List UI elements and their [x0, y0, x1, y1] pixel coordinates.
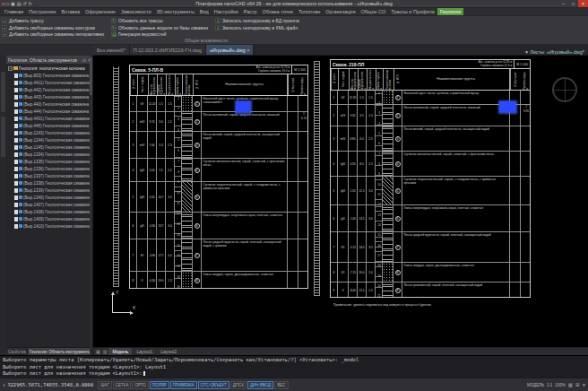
tree-item-borehole[interactable]: (Выр.445) Геологическая скважина	[6, 122, 92, 129]
borehole-depth-label: Глубина скважины 21.5 м	[480, 65, 512, 68]
ribbon-tab[interactable]: Геология	[437, 8, 463, 15]
ribbon-tab[interactable]: Организация	[323, 8, 358, 15]
ribbon-tab[interactable]: Трассы и Профили	[388, 8, 437, 15]
ribbon-tab[interactable]: Облака точек	[260, 8, 296, 15]
borehole-table-1[interactable]: Скваж. 5-ПЛ-ВАбс. отметка устья 12.74 мГ…	[129, 65, 308, 289]
tree-item-borehole[interactable]: (Выр.1340) Геологическая скважина	[6, 194, 92, 201]
tree-item-borehole[interactable]: (Выр.1407) Геологическая скважина	[6, 201, 92, 208]
ribbon-tab[interactable]: Общие СО	[358, 8, 388, 15]
toggle-ОТС-ОБЪЕКТ[interactable]: ОТС-ОБЪЕКТ	[198, 381, 229, 389]
tree-item-borehole[interactable]: (Выр.440) Геологическая скважина	[6, 100, 92, 108]
minimize-button[interactable]: –	[558, 0, 568, 7]
command-line[interactable]: Выберите параметры листа [Копировать/Уда…	[0, 355, 588, 378]
tree-item-borehole[interactable]: (Выр.803) Геологическая скважина	[6, 72, 92, 79]
tree-item-borehole[interactable]: (Выр.4431) Геологическая скважина	[6, 115, 92, 122]
selection-highlight[interactable]	[236, 101, 250, 112]
ribbon-button[interactable]: +Добавить свободные скважины интерактивн…	[2, 30, 104, 38]
document-icon	[14, 203, 18, 207]
palette-tab[interactable]: Свойства	[6, 348, 28, 355]
fullscreen-icon[interactable]: ⊞	[575, 382, 580, 387]
drawing-canvas[interactable]: Примечание: уровень подземных вод замере…	[93, 56, 588, 347]
sheets-dropdown[interactable]: ▾ Листы: «Игровый».dwg*	[522, 49, 588, 55]
ribbon-button[interactable]: +Добавить свободные скважины контуром	[2, 24, 104, 31]
open-icon[interactable]: □	[6, 1, 9, 7]
toggle-ВЕС[interactable]: ВЕС	[274, 381, 288, 389]
toggle-СЕТКА[interactable]: СЕТКА	[113, 381, 132, 389]
tree-item-borehole[interactable]: (Выр.442) Геологическая скважина	[6, 86, 92, 93]
toggle-ОРТО[interactable]: ОРТО	[132, 381, 148, 389]
model-space-icon[interactable]: ▦	[95, 348, 101, 355]
toggle-ДПСК[interactable]: ДПСК	[230, 381, 246, 389]
command-prompt[interactable]: Выберите лист для назначения текущим <La…	[3, 370, 585, 378]
ribbon-tab[interactable]: Оформление	[82, 8, 118, 15]
tree-item-borehole[interactable]: (Выр.1335) Геологическая скважина	[6, 158, 92, 165]
tree-item-borehole[interactable]: (Выр.444) Геологическая скважина	[6, 108, 92, 115]
tree-item-borehole[interactable]: (Выр.1410) Геологическая скважина	[6, 222, 92, 230]
tree-item-borehole[interactable]: (Выр.1338) Геологическая скважина	[6, 179, 92, 187]
ucs-x-label: X	[133, 305, 135, 310]
ribbon-tab[interactable]: Вставка	[59, 8, 82, 15]
undo-icon[interactable]: ↺	[23, 1, 27, 7]
palette-scrollbar[interactable]	[90, 56, 92, 355]
tree-item-borehole[interactable]: (Выр.1339) Геологическая скважина	[6, 187, 92, 194]
tree-item-borehole[interactable]: (Выр.1408) Геологическая скважина	[6, 208, 92, 215]
ribbon-tab[interactable]: Растр	[241, 8, 260, 15]
tree-item-borehole[interactable]: (Выр.1244) Геологическая скважина	[6, 136, 92, 143]
navigation-wheel-icon[interactable]	[552, 77, 577, 102]
scrollbar-thumb[interactable]	[90, 57, 92, 95]
ribbon-tab[interactable]: Зависимости	[118, 8, 153, 15]
ribbon-button[interactable]: ⇓Записать геоподоснову в БД проекта	[215, 17, 299, 24]
close-tab-icon[interactable]: ×	[246, 48, 249, 53]
notifications-icon[interactable]: ●	[583, 382, 585, 387]
ribbon-tab[interactable]: 3D-инструменты	[154, 8, 197, 15]
column-header: № ИГЭ	[393, 69, 402, 90]
tree-item-borehole[interactable]: (Выр.1336) Геологическая скважина	[6, 165, 92, 172]
ribbon-button[interactable]: ⇓Записать геоподоснову в XML-файл	[215, 24, 299, 31]
layout-tab-Layout2[interactable]: Layout2	[157, 348, 180, 355]
layout-tab-Layout1[interactable]: Layout1	[133, 348, 156, 355]
save-icon[interactable]: ▣	[11, 1, 15, 7]
close-button[interactable]: ×	[578, 0, 588, 7]
soil-description-cell: Песок средней крупности, серый, плотный,…	[202, 239, 288, 271]
document-tab[interactable]: Без имени0*	[93, 45, 130, 55]
app-logo[interactable]: n	[2, 1, 4, 7]
toggle-ШАГ[interactable]: ШАГ	[98, 381, 112, 389]
tree-item-borehole[interactable]: (Выр.1243) Геологическая скважина	[6, 129, 92, 136]
toggle-ПРИВЯЗКА[interactable]: ПРИВЯЗКА	[170, 381, 197, 389]
toggle-ПОЛЯР[interactable]: ПОЛЯР	[150, 381, 169, 389]
print-icon[interactable]: ▤	[17, 1, 22, 7]
borehole-table-2[interactable]: Скваж. 218-ПЛАбс. отметка устья 12.85 мГ…	[330, 59, 531, 298]
vertical-panel-tab[interactable]	[1, 117, 5, 157]
tree-item-borehole[interactable]: (Выр.1337) Геологическая скважина	[6, 172, 92, 179]
tree-root-item[interactable]: −Геология: геологическая колонка	[6, 65, 92, 72]
ribbon-button[interactable]: +Добавить трассу	[2, 17, 104, 24]
vertical-panel-tab[interactable]	[1, 72, 5, 112]
tree-item-label: (Выр.1335) Геологическая скважина	[23, 160, 91, 164]
collapse-icon[interactable]: −	[8, 66, 13, 71]
tool-palette-header[interactable]: Геология: Область инструментов ⊙ ×	[6, 56, 92, 64]
tree-item-borehole[interactable]: (Выр.4411) Геологическая скважина	[6, 79, 92, 86]
sheet-space-icon[interactable]: ▥	[102, 348, 108, 355]
ribbon-tab[interactable]: Главная	[2, 8, 26, 15]
maximize-button[interactable]: □	[568, 0, 578, 7]
tree-item-borehole[interactable]: (Выр.1245) Геологическая скважина	[6, 143, 92, 151]
tree-item-borehole[interactable]: (Выр.1409) Геологическая скважина	[6, 215, 92, 222]
grid-display-icon[interactable]: ▦	[568, 382, 573, 387]
ribbon-button[interactable]: ↻Обновить все трассы	[111, 17, 208, 24]
layout-tab-Модель[interactable]: Модель	[108, 348, 132, 355]
ribbon-button[interactable]: ▤Генерация ведомостей	[111, 30, 208, 38]
tree-item-borehole[interactable]: (Выр.443) Геологическая скважина	[6, 93, 92, 100]
ribbon-tab[interactable]: Вид	[197, 8, 212, 15]
ribbon-tab[interactable]: Построение	[26, 8, 59, 15]
toggle-ДИН-ВВОД[interactable]: ДИН-ВВОД	[247, 381, 273, 389]
selection-highlight[interactable]	[499, 101, 515, 112]
pin-icon[interactable]: ⊙	[82, 57, 86, 63]
tree-item-borehole[interactable]: (Выр.1334) Геологическая скважина	[6, 151, 92, 158]
ribbon-tab[interactable]: Настройки	[212, 8, 241, 15]
document-tab[interactable]: П.12.003.2-ИИГИ5219-ГЧ.dwg	[130, 45, 206, 55]
ribbon-tab[interactable]: Топоплан	[296, 8, 323, 15]
ribbon-button[interactable]: ↻Обновить данные модели из базы скважин	[111, 24, 208, 31]
redo-icon[interactable]: ↻	[29, 1, 32, 7]
document-tab[interactable]: «Игровый».dwg×	[206, 45, 255, 55]
palette-tab[interactable]: Геология: Область инструментов	[28, 348, 92, 355]
